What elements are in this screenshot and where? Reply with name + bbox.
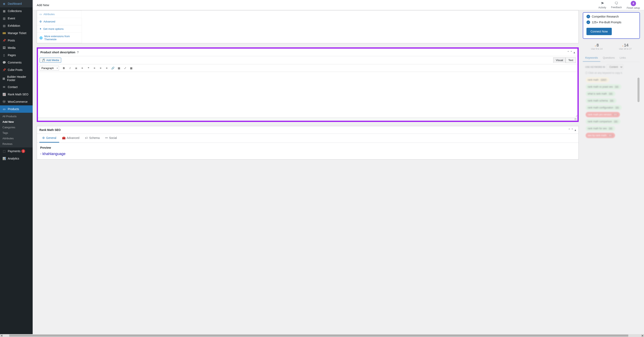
sidebar-item-exhibition[interactable]: ▤Exhibition (0, 22, 33, 30)
editor-resize-handle[interactable] (38, 117, 578, 121)
payments-icon: ⬚ (2, 149, 6, 153)
panel-move-up-icon[interactable]: ˄ (568, 128, 570, 132)
sidebar-label: Contact (8, 85, 18, 89)
sidebar-sub-attributes[interactable]: Attributes (0, 136, 33, 141)
link-button[interactable]: 🔗 (110, 65, 116, 71)
blockquote-button[interactable]: ❝ (86, 65, 91, 71)
sidebar-sub-all-products[interactable]: All Products (0, 114, 33, 119)
sidebar-item-posts[interactable]: 📌Posts (0, 37, 33, 44)
editor-tab-visual[interactable]: Visual (553, 57, 566, 63)
sidebar-label: Event (8, 17, 15, 20)
pd-tab-label: Advanced (44, 20, 55, 23)
keyword-pill[interactable]: what is rank math1/1 (586, 91, 616, 96)
keyword-pill[interactable]: rank math pro version2/3 (586, 112, 620, 117)
insert-readmore-button[interactable]: ▦ (116, 65, 122, 71)
event-icon: ▥ (2, 16, 6, 21)
bold-button[interactable]: B (61, 65, 67, 71)
media-icon: 🎵 (42, 59, 45, 62)
pd-tab-more-extensions[interactable]: 🌐More extensions from Themeisle (37, 33, 82, 43)
sidebar-label: Media (8, 46, 16, 50)
seo-tab-label: Schema (89, 136, 100, 140)
keyword-pill[interactable]: rank math12/17 (586, 77, 609, 83)
sidebar-item-products[interactable]: ▭Products (0, 105, 33, 113)
sidebar-item-dashboard[interactable]: ◉Dashboard (0, 0, 33, 7)
panel-toggle-icon[interactable]: ▴ (574, 128, 576, 132)
sidebar-item-analytics[interactable]: 📊Analytics (0, 155, 33, 162)
keyword-pill[interactable]: rank math vs yoast seo1/1 (586, 84, 621, 90)
sidebar-item-payments[interactable]: ⬚Payments1 (0, 147, 33, 155)
kw-tab-questions[interactable]: Questions (600, 54, 617, 62)
horizontal-scrollbar[interactable]: ◀ ▶ (0, 334, 644, 337)
add-media-button[interactable]: 🎵 Add Media (40, 58, 61, 63)
sidebar-item-cube-posts[interactable]: 📌Cube Posts (0, 66, 33, 74)
panel-move-down-icon[interactable]: ˅ (572, 128, 573, 132)
keyword-location-select[interactable]: Content (607, 64, 623, 70)
help-icon[interactable]: ? (77, 51, 79, 54)
builder-icon: ▦ (2, 76, 6, 81)
kw-tab-keywords[interactable]: Keywords (583, 54, 600, 62)
sidebar-sub-tags[interactable]: Tags (0, 130, 33, 136)
keyword-pill[interactable]: rank math configuration1/1 (586, 105, 622, 110)
toolbar-toggle-button[interactable]: ▦ (128, 65, 134, 71)
panel-move-down-icon[interactable]: ˅ (570, 51, 572, 54)
sidebar-item-manage-ticket[interactable]: 🎫Manage Ticket (0, 30, 33, 37)
feedback-button[interactable]: 🗨 Feedback (611, 1, 622, 9)
sidebar-item-event[interactable]: ▥Event (0, 15, 33, 22)
keyword-pill[interactable]: rank math schema1/1 (586, 98, 616, 103)
align-left-button[interactable]: ≡ (92, 65, 97, 71)
stat-number: 14 (619, 43, 632, 48)
activity-button[interactable]: ⚑ Activity (598, 1, 606, 9)
finish-setup-label: Finish setup (627, 7, 640, 10)
keyword-pill[interactable]: rank math comparison1/1 (586, 119, 620, 124)
bullet-list-button[interactable]: ≣ (73, 65, 79, 71)
fullscreen-button[interactable]: ⤢ (122, 65, 128, 71)
check-icon: ✓ (586, 21, 590, 24)
seo-tab-schema[interactable]: 🏷Schema (82, 134, 102, 143)
right-scrollbar[interactable] (638, 78, 640, 102)
align-center-button[interactable]: ≡ (98, 65, 104, 71)
seo-tab-social[interactable]: ⚯Social (102, 134, 120, 143)
sidebar-label: Products (8, 107, 19, 111)
ai-feature-label: Competitor Research (592, 15, 619, 18)
sidebar-item-builder-header-footer[interactable]: ▦Builder Header Footer (0, 74, 33, 83)
sidebar-item-woocommerce[interactable]: ⓦWooCommerce (0, 98, 33, 105)
connect-now-button[interactable]: Connect Now (586, 28, 612, 35)
align-right-button[interactable]: ≡ (104, 65, 110, 71)
keyword-pill[interactable]: seo by rank math0/1 (586, 133, 615, 138)
numbered-list-button[interactable]: ≡ (80, 65, 85, 71)
seo-tab-general[interactable]: ⚙General (40, 134, 59, 143)
scroll-right-arrow[interactable]: ▶ (641, 334, 644, 337)
sidebar-item-rank-math-seo[interactable]: 📈Rank Math SEO (0, 91, 33, 98)
sidebar-sub-categories[interactable]: Categories (0, 125, 33, 130)
keyword-pill[interactable]: rank math for seo1/1 (586, 126, 615, 131)
attributes-icon: ▭ (40, 13, 42, 16)
scroll-thumb[interactable] (9, 334, 628, 336)
format-select[interactable]: Paragraph (40, 66, 59, 71)
pd-tab-attributes[interactable]: ▭Attributes (37, 11, 82, 18)
pd-tab-advanced[interactable]: ⚙Advanced (37, 18, 82, 25)
editor-tab-text[interactable]: Text (566, 57, 576, 63)
sidebar-label: Dashboard (8, 2, 22, 5)
ai-feature-item: ✓ Competitor Research (586, 15, 636, 18)
pd-tab-get-more-options[interactable]: ✦Get more options (37, 25, 82, 33)
sidebar-sub-reviews[interactable]: Reviews (0, 141, 33, 147)
sidebar-label: Manage Ticket (8, 32, 26, 35)
seo-tab-advanced[interactable]: 🧰Advanced (59, 134, 82, 143)
sidebar-item-media[interactable]: 🖼Media (0, 44, 33, 52)
panel-toggle-icon[interactable]: ▴ (574, 51, 575, 54)
sidebar-item-comments[interactable]: 💬Comments (0, 59, 33, 66)
preview-link[interactable]: - khahlanguage (40, 152, 575, 156)
kw-tab-links[interactable]: Links (617, 54, 628, 62)
gear-icon: ⚙ (40, 20, 42, 23)
panel-move-up-icon[interactable]: ˄ (568, 51, 569, 54)
sidebar-item-collections[interactable]: ▦Collections (0, 7, 33, 15)
sidebar-item-pages[interactable]: ▯Pages (0, 52, 33, 59)
finish-setup-button[interactable]: 4 Finish setup (627, 1, 640, 10)
short-description-editor[interactable] (38, 72, 578, 117)
sidebar-sub-add-new[interactable]: Add New (0, 119, 33, 125)
scroll-left-arrow[interactable]: ◀ (0, 334, 3, 337)
sidebar-item-contact[interactable]: ✉Contact (0, 83, 33, 91)
sidebar-label: Exhibition (8, 24, 20, 27)
activity-icon: ⚑ (601, 1, 604, 6)
italic-button[interactable]: I (67, 65, 73, 71)
